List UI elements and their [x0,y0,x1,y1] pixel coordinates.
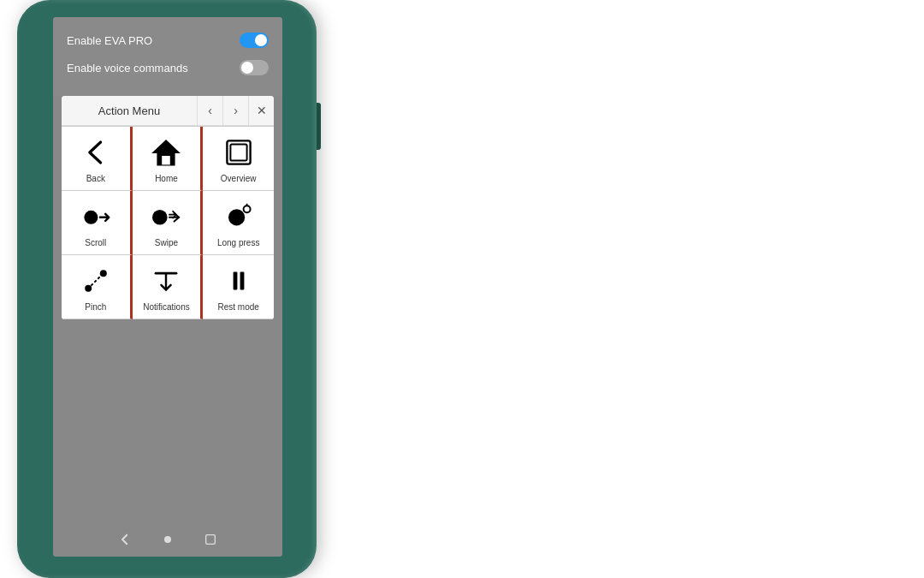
svg-point-19 [164,536,171,543]
overview-icon [222,135,256,170]
action-menu-title: Action Menu [62,98,197,124]
svg-point-13 [100,270,107,277]
phone-frame: Enable EVA PRO Enable voice commands Act… [17,0,317,578]
pinch-label: Pinch [85,302,106,312]
home-label: Home [155,174,178,183]
grid-cell-back[interactable]: Back [62,127,133,191]
home-nav-icon [161,533,175,546]
restmode-icon [222,264,256,298]
grid-cell-longpress[interactable]: Long press [203,191,274,255]
scroll-label: Scroll [85,238,106,247]
recents-nav-icon [204,533,217,546]
svg-point-9 [228,209,245,225]
bottom-navigation-bar [53,319,282,557]
action-menu-panel: Action Menu ‹ › ✕ [62,96,274,319]
setting-row-voice: Enable voice commands [67,60,269,75]
overview-label: Overview [221,174,257,183]
home-icon [149,135,183,170]
phone-screen: Enable EVA PRO Enable voice commands Act… [53,17,282,557]
swipe-icon [149,200,183,234]
svg-rect-3 [230,144,246,160]
screen-content: Enable EVA PRO Enable voice commands Act… [53,17,282,557]
grid-cell-pinch[interactable]: Pinch [62,255,133,319]
chevron-right-icon: › [234,104,238,117]
voice-commands-label: Enable voice commands [67,62,188,74]
phone-wrapper: Enable EVA PRO Enable voice commands Act… [0,0,334,578]
scroll-icon [79,200,113,234]
grid-cell-notifications[interactable]: Notifications [133,255,204,319]
grid-cell-scroll[interactable]: Scroll [62,191,133,255]
action-menu-prev-button[interactable]: ‹ [197,96,222,125]
longpress-label: Long press [217,238,259,247]
right-area [334,0,924,578]
pinch-icon [79,264,113,298]
notifications-label: Notifications [143,302,189,312]
eva-pro-label: Enable EVA PRO [67,34,152,47]
setting-row-eva-pro: Enable EVA PRO [67,33,269,48]
grid-cell-swipe[interactable]: Swipe [133,191,204,255]
back-icon [79,135,113,170]
action-menu-header: Action Menu ‹ › ✕ [62,96,274,126]
back-nav-icon [117,532,133,547]
svg-rect-1 [163,156,171,164]
grid-cell-overview[interactable]: Overview [203,127,274,191]
chevron-left-icon: ‹ [208,104,212,117]
action-menu-next-button[interactable]: › [222,96,248,125]
svg-rect-17 [233,272,237,290]
recents-nav-button[interactable] [202,531,219,548]
svg-point-10 [243,206,250,212]
grid-cell-home[interactable]: Home [133,127,204,191]
grid-cell-restmode[interactable]: Rest mode [203,255,274,319]
home-nav-button[interactable] [159,531,176,548]
svg-rect-20 [206,535,216,545]
swipe-label: Swipe [155,238,178,247]
action-grid: Back Home [62,126,274,319]
close-icon: ✕ [257,104,267,117]
svg-point-4 [84,211,98,224]
settings-area: Enable EVA PRO Enable voice commands [53,17,282,96]
svg-line-14 [91,276,100,285]
eva-pro-toggle[interactable] [240,33,269,48]
svg-point-6 [152,210,168,225]
longpress-icon [222,200,256,234]
action-menu-close-button[interactable]: ✕ [248,96,274,125]
back-nav-button[interactable] [116,531,133,548]
back-label: Back [86,174,105,183]
svg-point-12 [85,285,92,292]
notifications-icon [149,264,183,298]
restmode-label: Rest mode [217,302,258,312]
voice-commands-toggle[interactable] [240,60,269,75]
svg-rect-18 [240,272,244,290]
